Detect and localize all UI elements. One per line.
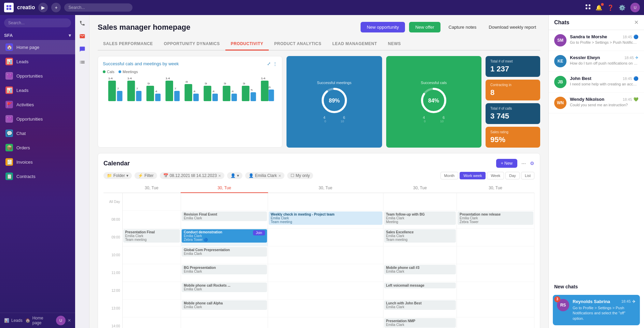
sidebar-item-activities[interactable]: 🚩 Activities bbox=[0, 97, 75, 112]
view-week[interactable]: Week bbox=[487, 172, 504, 179]
sidebar-module-label: SFA bbox=[4, 33, 13, 38]
sidebar-item-opportunities1[interactable]: 💜 Opportunities bbox=[0, 69, 75, 83]
event-lunch-john[interactable]: Lunch with John Best Emilia Clark bbox=[384, 300, 456, 310]
sidebar-item-chat[interactable]: 💬 Chat bbox=[0, 126, 75, 140]
successful-meetings-card: Successful meetings 89% 4 6 0 10 bbox=[286, 56, 382, 148]
sidebar-search-input[interactable] bbox=[4, 18, 71, 27]
event-mobile-alpha[interactable]: Mobile phone call Alpha Emilia Clark bbox=[182, 300, 267, 310]
date-range-chip[interactable]: 📅 08.12.2021 till 14.12.2023 ✕ bbox=[160, 172, 224, 179]
contracting-in-value: 8 bbox=[490, 88, 535, 97]
list-icon[interactable] bbox=[77, 57, 88, 68]
user-avatar[interactable]: U bbox=[630, 3, 640, 12]
topbar-search[interactable] bbox=[64, 3, 132, 12]
filter-chip[interactable]: ⚡ Filter bbox=[135, 172, 157, 179]
my-only-chip[interactable]: ☐ My only bbox=[287, 172, 313, 179]
view-list[interactable]: List bbox=[521, 172, 534, 179]
sidebar-module-arrow[interactable]: ▾ bbox=[69, 33, 71, 38]
svg-rect-16 bbox=[261, 81, 268, 101]
cell-0800-col1 bbox=[122, 210, 181, 228]
person-filter[interactable]: 👤 ▾ bbox=[227, 172, 242, 179]
event-presentation-new-release[interactable]: Presentation new release Emilia Clark Ze… bbox=[458, 211, 533, 225]
sidebar-item-homepage-label: Home page bbox=[16, 45, 39, 50]
chat-item-wendy[interactable]: WN Wendy Nikolson 18:45 💚 Could you send… bbox=[549, 93, 644, 113]
chat-name-john: John Best bbox=[570, 76, 591, 81]
more-icon[interactable]: ⋮ bbox=[273, 61, 277, 66]
envelope-icon[interactable] bbox=[77, 31, 88, 42]
grid-icon[interactable] bbox=[585, 4, 591, 11]
bottom-item-avatar[interactable]: U ✕ bbox=[56, 316, 71, 325]
new-event-button[interactable]: + New bbox=[496, 159, 517, 168]
view-workweek[interactable]: Work week bbox=[460, 172, 486, 179]
bottom-item-leads[interactable]: 📊 Leads bbox=[4, 318, 23, 323]
person-arrow: ▾ bbox=[237, 173, 239, 178]
user-close[interactable]: ✕ bbox=[278, 174, 281, 178]
view-month[interactable]: Month bbox=[440, 172, 459, 179]
comment-icon[interactable] bbox=[77, 44, 88, 55]
tab-lead-management[interactable]: LEAD MANAGEMENT bbox=[327, 38, 382, 51]
bell-icon[interactable]: 🔔 bbox=[596, 4, 602, 11]
event-global-com[interactable]: Global Com Prepresentation Emilia Clark bbox=[182, 247, 267, 257]
view-day[interactable]: Day bbox=[505, 172, 520, 179]
expand-icon[interactable]: ⤢ bbox=[267, 61, 271, 66]
svg-rect-7 bbox=[589, 8, 590, 9]
event-sales-excellence[interactable]: Sales Excellence Emilia Clark Team meeti… bbox=[384, 229, 456, 243]
event-voicemail[interactable]: Left voicemail message bbox=[384, 283, 456, 288]
sidebar-item-opportunities2[interactable]: 💜 Opportunities bbox=[0, 112, 75, 126]
chat-item-kessler[interactable]: KE Kessler Elwyn 18:45 ✈ How do I turn o… bbox=[549, 51, 644, 72]
tab-productivity[interactable]: PRODUCTIVITY bbox=[225, 38, 269, 51]
page-header: Sales manager homepage New opportunity N… bbox=[98, 22, 540, 32]
leads-icon-2: 📊 bbox=[5, 86, 13, 94]
svg-rect-11 bbox=[166, 81, 173, 101]
event-presentation-final[interactable]: Presentation Final Emilia Clark Team mee… bbox=[123, 229, 180, 243]
new-chat-card[interactable]: 3 RS Reynolds Sabrina 18:45 ✈ Go to Prof… bbox=[553, 295, 640, 325]
total-meetings-card: Total # of meet 1 237 bbox=[486, 56, 540, 77]
tab-product-analytics[interactable]: PRODUCT ANALYTICS bbox=[269, 38, 327, 51]
capture-notes-button[interactable]: Capture notes bbox=[445, 22, 481, 32]
event-bg-pres[interactable]: BG Prepresentation Emilia Clark bbox=[182, 265, 267, 274]
bottom-item-homepage[interactable]: 🏠 Home page bbox=[25, 316, 53, 325]
time-label-1100: 11:00 bbox=[103, 264, 122, 282]
svg-rect-18 bbox=[136, 91, 141, 101]
sidebar-item-orders[interactable]: 📦 Orders bbox=[0, 140, 75, 155]
chat-item-john[interactable]: JB John Best 18:45 🔵 I need some help wi… bbox=[549, 72, 644, 93]
calendar-settings-icon[interactable]: ⚙ bbox=[530, 161, 534, 166]
sidebar-item-leads1[interactable]: 📊 Leads bbox=[0, 54, 75, 69]
user-avatar-icon: 👤 bbox=[249, 173, 254, 178]
chats-close[interactable]: ✕ bbox=[634, 19, 639, 26]
event-conduct-demo[interactable]: Join Conduct demonstration Emilia Clark … bbox=[182, 229, 267, 243]
question-icon[interactable]: ❓ bbox=[607, 4, 614, 11]
sidebar-item-invoices[interactable]: 🧾 Invoices bbox=[0, 155, 75, 169]
close-icon[interactable]: ✕ bbox=[68, 318, 71, 323]
new-opportunity-button[interactable]: New opportunity bbox=[361, 22, 405, 32]
sidebar-item-homepage[interactable]: 🏠 Home page bbox=[0, 40, 75, 54]
sidebar-item-contracts[interactable]: 📋 Contracts bbox=[0, 169, 75, 183]
tab-sales-performance[interactable]: SALES PERFORMANCE bbox=[98, 38, 158, 51]
event-presentation-nmp[interactable]: Presentation NMP Emilia Clark bbox=[384, 318, 456, 328]
new-offer-button[interactable]: New offer bbox=[409, 22, 440, 32]
date-range-close[interactable]: ✕ bbox=[218, 174, 221, 178]
phone-icon[interactable] bbox=[77, 18, 88, 29]
event-weekly-check[interactable]: Weekly check in meeting - Project team E… bbox=[269, 211, 382, 225]
add-button[interactable]: + bbox=[51, 3, 61, 12]
cell-1300-col4: Lunch with John Best Emilia Clark bbox=[383, 299, 457, 317]
folder-arrow: ▾ bbox=[126, 173, 128, 178]
event-mobile-call-3[interactable]: Mobile phone call #3 Emilia Clark bbox=[384, 265, 456, 274]
tabs: SALES PERFORMANCE OPPORTUNITY DYNAMICS P… bbox=[98, 38, 540, 51]
cell-1200-col3 bbox=[268, 282, 383, 299]
tab-news[interactable]: NEWS bbox=[382, 38, 406, 51]
sidebar-item-leads2[interactable]: 📊 Leads bbox=[0, 83, 75, 97]
event-revision[interactable]: Revision Final Event Emilia Clark bbox=[182, 211, 267, 221]
tab-opportunity-dynamics[interactable]: OPPORTUNITY DYNAMICS bbox=[158, 38, 225, 51]
allday-col5 bbox=[457, 193, 534, 210]
event-mobile-rockets[interactable]: Mobile phone call Rockets ... Emilia Cla… bbox=[182, 283, 267, 292]
folder-filter[interactable]: 📁 Folder ▾ bbox=[103, 172, 132, 179]
settings-icon[interactable]: ⚙️ bbox=[619, 4, 626, 11]
calendar-more-icon[interactable]: ⋯ bbox=[521, 161, 526, 166]
event-team-followup[interactable]: Team follow-up with BG Emilia Clark Meet… bbox=[384, 211, 456, 225]
chat-item-sandra[interactable]: SM Sandra te Morshe 18:45 🔵 Go to Profil… bbox=[549, 30, 644, 51]
download-weekly-button[interactable]: Download weekly report bbox=[485, 22, 540, 32]
user-chip[interactable]: 👤 Emilia Clark ✕ bbox=[245, 172, 284, 179]
cell-0900-col5 bbox=[457, 228, 534, 246]
svg-text:8: 8 bbox=[185, 80, 188, 83]
play-button[interactable]: ▶ bbox=[38, 3, 48, 12]
